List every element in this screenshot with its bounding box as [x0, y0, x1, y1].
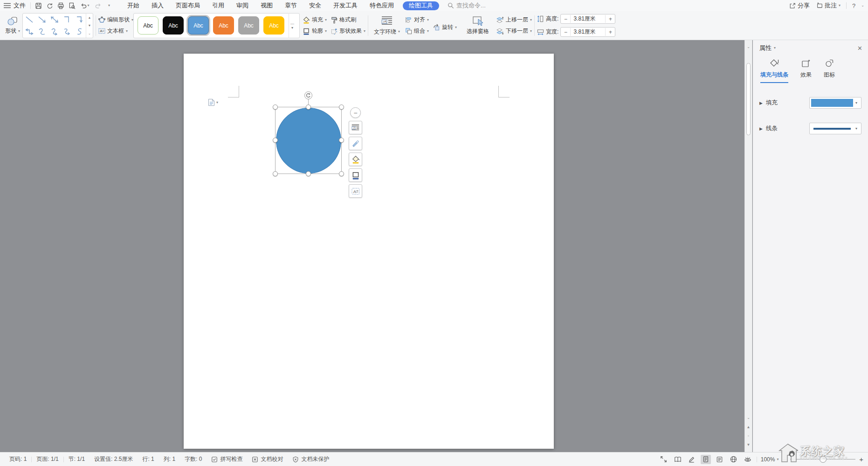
resize-handle-ne[interactable] [339, 104, 344, 110]
eye-protection-icon[interactable] [743, 455, 753, 464]
print-button[interactable] [55, 1, 66, 10]
shape-elbow-arrow-icon[interactable] [73, 14, 86, 26]
undo-button[interactable]: ▾ [77, 1, 92, 10]
text-wrap-button[interactable]: 文字环绕▾ [371, 15, 403, 36]
line-section-toggle[interactable]: ▶ 线条 [759, 125, 778, 132]
page-view-icon[interactable] [701, 455, 711, 464]
zoom-level-button[interactable]: 100%▾ [761, 456, 779, 463]
height-value[interactable]: 3.81厘米 [570, 15, 606, 23]
rotate-button[interactable]: 旋转▾ [433, 23, 457, 31]
style-preset-1[interactable]: Abc [163, 16, 184, 35]
tab-references[interactable]: 引用 [206, 0, 230, 11]
resize-handle-se[interactable] [339, 171, 344, 176]
vertical-scrollbar[interactable]: ⌄ ⌄ ▲ ▫ ▼ [744, 40, 752, 452]
text-quick-button[interactable]: A [349, 184, 362, 198]
align-button[interactable]: 对齐▾ [405, 16, 429, 24]
send-backward-button[interactable]: 下移一层▾ [496, 27, 532, 35]
width-stepper[interactable]: − 3.81厘米 + [560, 27, 615, 37]
tab-review[interactable]: 审阅 [230, 0, 255, 11]
comment-button[interactable]: 批注▾ [813, 0, 843, 11]
panel-close-button[interactable]: ✕ [857, 45, 862, 52]
document-proofing-button[interactable]: 文档校对 [247, 455, 288, 463]
width-decrease-button[interactable]: − [561, 29, 570, 35]
shape-curve-arrow-icon[interactable] [48, 26, 61, 38]
bring-forward-button[interactable]: 上移一层▾ [496, 16, 532, 24]
shape-elbow-connector-icon[interactable] [61, 14, 73, 26]
fullscreen-view-icon[interactable] [659, 455, 669, 464]
tab-page-layout[interactable]: 页面布局 [170, 0, 206, 11]
style-preset-3[interactable]: Abc [213, 16, 234, 35]
shape-curve-icon[interactable] [35, 26, 48, 38]
status-setting-value[interactable]: 设置值: 2.5厘米 [90, 455, 138, 463]
previous-page-button[interactable]: ▲ [745, 423, 752, 431]
read-view-icon[interactable] [673, 455, 683, 464]
next-page-button[interactable]: ▼ [745, 441, 752, 448]
zoom-out-button[interactable]: − [782, 455, 786, 463]
print-preview-button[interactable] [66, 1, 77, 10]
command-search[interactable]: 查找命令... [448, 1, 486, 10]
collapse-quick-toolbar-button[interactable]: − [350, 107, 361, 118]
resize-handle-w[interactable] [273, 138, 278, 143]
document-page[interactable]: ▾ − A [184, 54, 554, 449]
zoom-slider-knob[interactable] [820, 456, 827, 463]
collapse-ribbon-icon[interactable]: ⌄ [861, 4, 864, 7]
resize-handle-sw[interactable] [273, 171, 278, 176]
tab-drawing-tools-active[interactable]: 绘图工具 [403, 1, 439, 10]
file-menu[interactable]: 文件 [11, 0, 28, 11]
text-box-button[interactable]: A 文本框▾ [98, 27, 133, 35]
status-word-count[interactable]: 字数: 0 [180, 455, 207, 463]
document-canvas[interactable]: ▾ − A [0, 40, 744, 452]
status-page-count[interactable]: 页面: 1/1 [32, 455, 63, 463]
outline-quick-button[interactable] [349, 168, 362, 182]
panel-tab-effects[interactable]: 效果 [800, 59, 812, 83]
browse-object-button[interactable]: ▫ [745, 432, 752, 439]
scroll-down-icon[interactable]: ⌄ [745, 414, 752, 421]
panel-title-caret-icon[interactable]: ▾ [774, 46, 776, 50]
shape-effects-button[interactable]: 形状效果▾ [331, 27, 365, 35]
ink-view-icon[interactable] [687, 455, 697, 464]
panel-tab-fill-lines[interactable]: 填充与线条 [760, 59, 788, 83]
outline-view-icon[interactable] [715, 455, 725, 464]
document-protection-button[interactable]: 文档未保护 [288, 455, 334, 463]
customize-toolbar-icon[interactable]: ▾ [103, 1, 115, 10]
resize-handle-n[interactable] [306, 104, 311, 110]
undo-caret-icon[interactable]: ▾ [87, 4, 89, 7]
page-options-button[interactable]: ▾ [208, 98, 218, 106]
tab-security[interactable]: 安全 [303, 0, 327, 11]
tab-special-apps[interactable]: 特色应用 [364, 0, 400, 11]
gallery-scroll-up-icon[interactable]: ▲ [86, 14, 93, 21]
rotation-handle[interactable] [304, 91, 312, 99]
spell-check-button[interactable]: 拼写检查 [207, 455, 247, 463]
fill-color-dropdown[interactable]: ▾ [809, 97, 861, 109]
status-page-number[interactable]: 页码: 1 [5, 455, 31, 463]
resize-handle-s[interactable] [306, 171, 311, 176]
scroll-collapse-icon[interactable]: ⌄ [745, 43, 752, 50]
save-button[interactable] [33, 1, 44, 10]
tab-insert[interactable]: 插入 [145, 0, 170, 11]
gallery-more-icon[interactable]: ⌄ [86, 29, 93, 37]
line-style-dropdown[interactable]: ▾ [809, 123, 861, 134]
panel-tab-icon[interactable]: 图标 [824, 59, 835, 83]
layout-options-button[interactable] [349, 121, 362, 134]
shape-line-icon[interactable] [23, 14, 35, 26]
share-button[interactable]: 分享 [786, 0, 813, 11]
style-preset-4[interactable]: Abc [238, 16, 259, 35]
group-button[interactable]: 组合▾ [405, 27, 429, 35]
tab-section[interactable]: 章节 [279, 0, 303, 11]
style-preset-0[interactable]: Abc [138, 16, 158, 35]
resize-handle-e[interactable] [339, 138, 344, 143]
zoom-in-button[interactable]: + [859, 455, 863, 463]
resize-handle-nw[interactable] [273, 104, 278, 110]
style-preset-2-selected[interactable]: Abc [188, 16, 209, 35]
web-view-icon[interactable] [729, 455, 739, 464]
tab-home[interactable]: 开始 [121, 0, 145, 11]
shape-arrow-icon[interactable] [35, 14, 48, 26]
format-painter-button[interactable]: 格式刷 [331, 16, 365, 24]
circle-shape[interactable] [276, 108, 341, 174]
help-button[interactable]: ? [849, 0, 858, 11]
shape-squiggle-arrow-icon[interactable] [61, 26, 73, 38]
shapes-button[interactable]: 形状▾ [3, 16, 22, 35]
shape-elbow-double-arrow-icon[interactable] [23, 26, 35, 38]
export-icon[interactable] [44, 1, 55, 10]
style-brush-button[interactable] [349, 137, 362, 150]
